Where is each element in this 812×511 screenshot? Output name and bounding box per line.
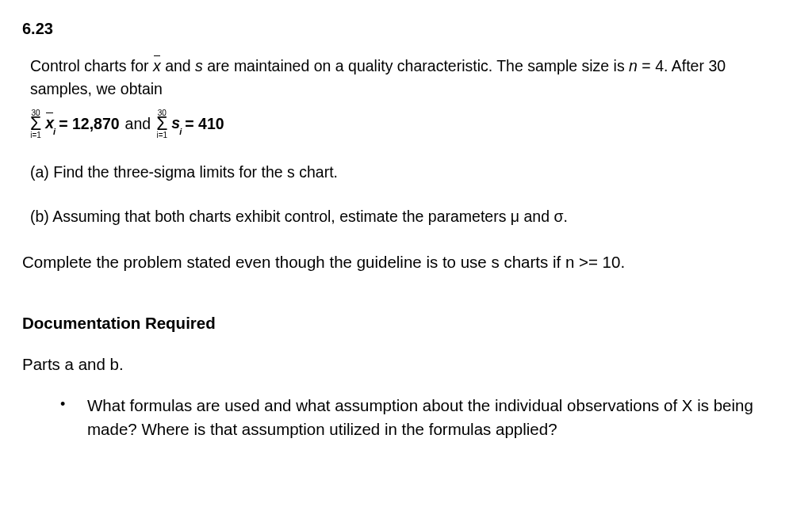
sum-xbar-term: xi [45,112,56,136]
part-a: (a) Find the three-sigma limits for the … [30,161,790,183]
summation-equations: 30 Σ i=1 xi = 12,870 and 30 Σ i=1 si = 4… [30,109,790,139]
bullet-list: What formulas are used and what assumpti… [22,394,790,443]
sigma-1: 30 Σ i=1 [30,109,41,139]
sum-s-term: si [171,112,182,136]
n-symbol: n [629,57,638,74]
eq2-value: = 410 [185,112,224,135]
sigma-2: 30 Σ i=1 [156,109,167,139]
intro-mid2: are maintained on a quality characterist… [203,57,629,74]
eq1-value: = 12,870 [59,112,119,135]
documentation-heading: Documentation Required [22,311,790,335]
sigma-symbol-1: Σ [30,116,41,132]
and-word: and [125,112,151,135]
sigma-symbol-2: Σ [156,116,167,132]
problem-intro: Control charts for x and s are maintaine… [30,55,790,101]
problem-number: 6.23 [22,17,790,40]
guideline-note: Complete the problem stated even though … [22,250,790,274]
intro-mid1: and [161,57,195,74]
parts-label: Parts a and b. [22,353,790,376]
sigma-lower-1: i=1 [30,132,41,139]
x-bar-symbol: x [153,55,161,78]
sigma-lower-2: i=1 [156,132,167,139]
sub-i-1: i [53,127,56,136]
s-symbol: s [195,57,203,74]
bullet-item: What formulas are used and what assumpti… [60,394,790,443]
part-b: (b) Assuming that both charts exhibit co… [30,205,790,227]
intro-pre: Control charts for [30,57,153,74]
sub-i-2: i [179,127,182,136]
